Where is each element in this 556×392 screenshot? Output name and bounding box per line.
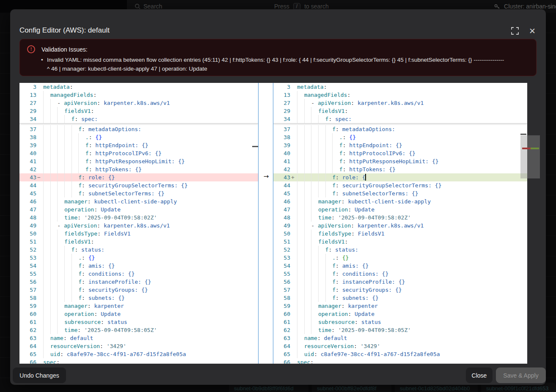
code-line[interactable]: 62time: '2025-09-04T09:58:05Z' — [19, 326, 258, 334]
scrollbar-slider[interactable] — [520, 135, 540, 178]
diff-sign — [290, 189, 297, 197]
line-number: 39 — [19, 141, 36, 149]
code-line[interactable]: 46manager: kubectl-client-side-apply — [273, 197, 527, 206]
diff-sign — [290, 318, 297, 326]
code-line[interactable]: 40f: httpProtocolIPv6: {} — [273, 149, 527, 157]
code-line[interactable]: 45f: subnetSelectorTerms: {} — [19, 189, 258, 197]
code-line[interactable]: 66spec: — [273, 358, 527, 364]
code-line[interactable]: 55f: conditions: {} — [273, 270, 527, 278]
diff-sign — [36, 157, 43, 165]
diff-sign — [290, 286, 297, 294]
code-line[interactable]: 59manager: karpenter — [19, 302, 258, 310]
code-line[interactable]: 46manager: kubectl-client-side-apply — [19, 197, 258, 206]
code-line[interactable]: 41f: httpPutResponseHopLimit: {} — [19, 157, 258, 165]
code-line[interactable]: 54f: amis: {} — [19, 262, 258, 270]
code-line[interactable]: 64resourceVersion: '3429' — [19, 342, 258, 350]
code-line[interactable]: 65uid: c8afe97e-38cc-4f91-a767-d15f2a8fe… — [19, 350, 258, 358]
fullscreen-icon[interactable] — [511, 27, 520, 36]
line-number: 3 — [273, 83, 290, 91]
modified-code[interactable]: 37f: metadataOptions:38.: {}39f: httpEnd… — [273, 123, 527, 364]
undo-changes-button[interactable]: Undo Changes — [13, 367, 66, 383]
diff-sign — [36, 270, 43, 278]
line-number: 53 — [19, 254, 36, 262]
line-number: 43 — [273, 173, 290, 181]
diff-sign — [36, 125, 43, 133]
code-line[interactable]: 57f: securityGroups: {} — [273, 286, 527, 294]
code-line[interactable]: 39f: httpEndpoint: {} — [19, 141, 258, 149]
code-line[interactable]: 27- apiVersion: karpenter.k8s.aws/v1 — [19, 99, 258, 107]
code-line[interactable]: 3metadata: — [273, 83, 527, 91]
code-line[interactable]: 55f: conditions: {} — [19, 270, 258, 278]
line-number: 42 — [19, 165, 36, 173]
code-line[interactable]: 66spec: — [19, 358, 258, 364]
code-line[interactable]: 57f: securityGroups: {} — [19, 286, 258, 294]
diff-sign — [36, 246, 43, 254]
code-line[interactable]: 43−f: role: {} — [19, 173, 258, 181]
code-line[interactable]: 27- apiVersion: karpenter.k8s.aws/v1 — [273, 99, 527, 107]
code-line[interactable]: 38.: {} — [19, 133, 258, 141]
code-line[interactable]: 37f: metadataOptions: — [19, 125, 258, 133]
code-line[interactable]: 51fieldsV1: — [19, 238, 258, 246]
code-line[interactable]: 58f: subnets: {} — [19, 294, 258, 302]
revert-change-arrow[interactable]: → — [261, 173, 271, 181]
code-line[interactable]: 48time: '2025-09-04T09:58:02Z' — [273, 214, 527, 222]
line-number: 55 — [19, 270, 36, 278]
code-line[interactable]: 49- apiVersion: karpenter.k8s.aws/v1 — [19, 222, 258, 230]
line-number: 53 — [273, 254, 290, 262]
code-line[interactable]: 60operation: Update — [273, 310, 527, 318]
code-line[interactable]: 58f: subnets: {} — [273, 294, 527, 302]
code-line[interactable]: 47operation: Update — [273, 206, 527, 214]
original-code[interactable]: 37f: metadataOptions:38.: {}39f: httpEnd… — [19, 123, 258, 364]
code-line[interactable]: 62time: '2025-09-04T09:58:05Z' — [273, 326, 527, 334]
code-line[interactable]: 3metadata: — [19, 83, 258, 91]
code-line[interactable]: 45f: subnetSelectorTerms: {} — [273, 189, 527, 197]
code-line[interactable]: 43+f: role: { — [273, 173, 527, 181]
close-button[interactable]: Close — [466, 367, 493, 383]
code-line[interactable]: 37f: metadataOptions: — [273, 125, 527, 133]
code-line[interactable]: 42f: httpTokens: {} — [273, 165, 527, 173]
diff-sign — [290, 294, 297, 302]
code-line[interactable]: 13managedFields: — [273, 91, 527, 99]
save-apply-button[interactable]: Save & Apply — [496, 367, 546, 383]
diff-sign — [36, 238, 43, 246]
code-line[interactable]: 56f: instanceProfile: {} — [273, 278, 527, 286]
code-line[interactable]: 65uid: c8afe97e-38cc-4f91-a767-d15f2a8fe… — [273, 350, 527, 358]
code-line[interactable]: 64resourceVersion: '3429' — [273, 342, 527, 350]
code-line[interactable]: 34f: spec: — [273, 115, 527, 123]
diff-sign — [290, 99, 297, 107]
code-line[interactable]: 63name: default — [273, 334, 527, 342]
code-line[interactable]: 29fieldsV1: — [19, 107, 258, 115]
code-line[interactable]: 51fieldsV1: — [273, 238, 527, 246]
code-line[interactable]: 54f: amis: {} — [273, 262, 527, 270]
code-line[interactable]: 59manager: karpenter — [273, 302, 527, 310]
code-line[interactable]: 61subresource: status — [19, 318, 258, 326]
code-line[interactable]: 60operation: Update — [19, 310, 258, 318]
code-line[interactable]: 29fieldsV1: — [273, 107, 527, 115]
code-line[interactable]: 44f: securityGroupSelectorTerms: {} — [19, 181, 258, 189]
code-line[interactable]: 47operation: Update — [19, 206, 258, 214]
yaml-diff-editor[interactable]: 3metadata:13managedFields:27- apiVersion… — [19, 83, 527, 364]
code-line[interactable]: 44f: securityGroupSelectorTerms: {} — [273, 181, 527, 189]
code-line[interactable]: 52f: status: — [273, 246, 527, 254]
code-line[interactable]: 42f: httpTokens: {} — [19, 165, 258, 173]
code-line[interactable]: 53.: {} — [273, 254, 527, 262]
code-line[interactable]: 49- apiVersion: karpenter.k8s.aws/v1 — [273, 222, 527, 230]
code-line[interactable]: 48time: '2025-09-04T09:58:02Z' — [19, 214, 258, 222]
code-line[interactable]: 53.: {} — [19, 254, 258, 262]
modified-editor-pane[interactable]: 3metadata:13managedFields:27- apiVersion… — [273, 83, 527, 364]
code-line[interactable]: 61subresource: status — [273, 318, 527, 326]
code-line[interactable]: 56f: instanceProfile: {} — [19, 278, 258, 286]
line-number: 63 — [19, 334, 36, 342]
code-line[interactable]: 50fieldsType: FieldsV1 — [19, 230, 258, 238]
code-line[interactable]: 40f: httpProtocolIPv6: {} — [19, 149, 258, 157]
code-line[interactable]: 13managedFields: — [19, 91, 258, 99]
code-line[interactable]: 52f: status: — [19, 246, 258, 254]
code-line[interactable]: 39f: httpEndpoint: {} — [273, 141, 527, 149]
code-line[interactable]: 34f: spec: — [19, 115, 258, 123]
code-line[interactable]: 50fieldsType: FieldsV1 — [273, 230, 527, 238]
close-icon[interactable]: ✕ — [528, 27, 537, 36]
code-line[interactable]: 63name: default — [19, 334, 258, 342]
code-line[interactable]: 41f: httpPutResponseHopLimit: {} — [273, 157, 527, 165]
original-editor-pane[interactable]: 3metadata:13managedFields:27- apiVersion… — [19, 83, 258, 364]
code-line[interactable]: 38.: {} — [273, 133, 527, 141]
